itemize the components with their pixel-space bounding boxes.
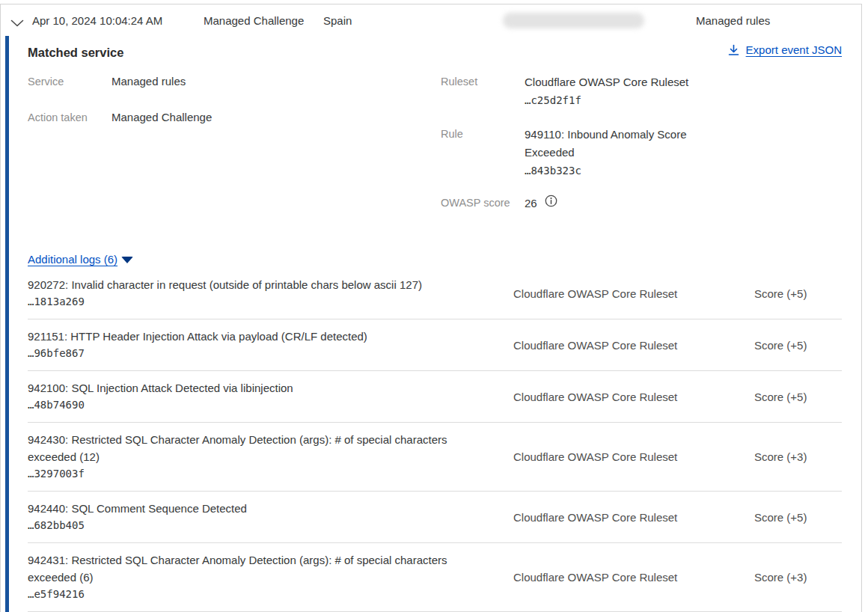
log-score: Score (+5) (754, 511, 842, 524)
log-ruleset-name: Cloudflare OWASP Core Ruleset (513, 391, 754, 403)
log-ruleset-name: Cloudflare OWASP Core Ruleset (513, 511, 754, 524)
owasp-score-label: OWASP score (441, 195, 525, 212)
log-score: Score (+5) (754, 287, 842, 300)
additional-logs-label[interactable]: Additional logs (6) (28, 253, 117, 266)
log-ruleset-name: Cloudflare OWASP Core Ruleset (513, 571, 754, 584)
log-rule-hash: …682bb405 (28, 517, 513, 534)
log-score: Score (+5) (754, 339, 842, 352)
rule-hash: …843b323c (525, 162, 704, 180)
log-rule-hash: …3297003f (28, 465, 513, 483)
log-rule-description: 920272: Invalid character in request (ou… (28, 276, 513, 293)
log-row: 942440: SQL Comment Sequence Detected …6… (28, 492, 842, 543)
log-rule-hash: …1813a269 (28, 293, 513, 310)
firewall-event-container: Apr 10, 2024 10:04:24 AM Managed Challen… (0, 4, 862, 612)
log-score: Score (+5) (754, 391, 842, 403)
event-summary-row[interactable]: Apr 10, 2024 10:04:24 AM Managed Challen… (1, 4, 861, 36)
event-country: Spain (323, 14, 352, 27)
ruleset-hash: …c25d2f1f (525, 91, 704, 109)
log-rule-description: 921151: HTTP Header Injection Attack via… (28, 328, 513, 345)
ruleset-value: Cloudflare OWASP Core Ruleset (525, 73, 704, 91)
action-taken-label: Action taken (28, 109, 111, 126)
info-icon[interactable] (545, 195, 557, 212)
log-row: 942431: Restricted SQL Character Anomaly… (28, 543, 842, 612)
rule-field: Rule 949110: Inbound Anomaly Score Excee… (441, 126, 842, 180)
event-detail-panel: Matched service Export event JSON Servic… (1, 36, 861, 612)
log-rule-description: 942440: SQL Comment Sequence Detected (28, 500, 513, 517)
log-ruleset-name: Cloudflare OWASP Core Ruleset (513, 287, 754, 300)
triangle-down-icon (121, 257, 133, 263)
log-rule-hash: …48b74690 (28, 397, 513, 414)
additional-logs-toggle[interactable]: Additional logs (6) (28, 253, 133, 266)
matched-service-fields-right: Ruleset Cloudflare OWASP Core Ruleset …c… (441, 73, 842, 232)
log-ruleset-name: Cloudflare OWASP Core Ruleset (513, 339, 754, 352)
service-label: Service (28, 73, 111, 90)
log-rule-hash: …96bfe867 (28, 345, 513, 362)
export-event-json-link[interactable]: Export event JSON (728, 43, 842, 56)
log-ruleset-name: Cloudflare OWASP Core Ruleset (513, 450, 754, 463)
event-service: Managed rules (696, 14, 770, 27)
log-row: 920272: Invalid character in request (ou… (28, 268, 842, 319)
ruleset-field: Ruleset Cloudflare OWASP Core Ruleset …c… (441, 73, 842, 109)
ruleset-label: Ruleset (441, 73, 525, 109)
action-taken-value: Managed Challenge (111, 109, 212, 126)
event-action: Managed Challenge (204, 14, 304, 27)
rule-value: 949110: Inbound Anomaly Score Exceeded (525, 126, 704, 162)
log-row: 942430: Restricted SQL Character Anomaly… (28, 423, 842, 492)
action-taken-field: Action taken Managed Challenge (28, 109, 441, 126)
panel-title: Matched service (28, 43, 123, 61)
log-score: Score (+3) (754, 571, 842, 584)
rule-label: Rule (441, 126, 525, 180)
owasp-score-field: OWASP score 26 (441, 195, 842, 212)
chevron-down-icon[interactable] (10, 16, 24, 24)
log-rule-hash: …e5f94216 (28, 586, 513, 603)
log-rule-description: 942431: Restricted SQL Character Anomaly… (28, 551, 513, 586)
expanded-row-accent-bar (5, 36, 9, 612)
log-row: 942100: SQL Injection Attack Detected vi… (28, 371, 842, 423)
download-icon (728, 44, 739, 56)
redacted-host-blur (503, 13, 644, 28)
log-rule-description: 942100: SQL Injection Attack Detected vi… (28, 379, 513, 397)
additional-logs-table: 920272: Invalid character in request (ou… (28, 268, 842, 612)
log-score: Score (+3) (754, 450, 842, 463)
matched-service-fields-left: Service Managed rules Action taken Manag… (28, 73, 441, 232)
log-row: 921151: HTTP Header Injection Attack via… (28, 319, 842, 371)
export-event-json-label[interactable]: Export event JSON (746, 43, 842, 56)
owasp-score-value: 26 (525, 195, 537, 212)
event-timestamp: Apr 10, 2024 10:04:24 AM (32, 14, 162, 27)
service-field: Service Managed rules (28, 73, 441, 90)
log-rule-description: 942430: Restricted SQL Character Anomaly… (28, 431, 513, 465)
service-value: Managed rules (111, 73, 186, 90)
